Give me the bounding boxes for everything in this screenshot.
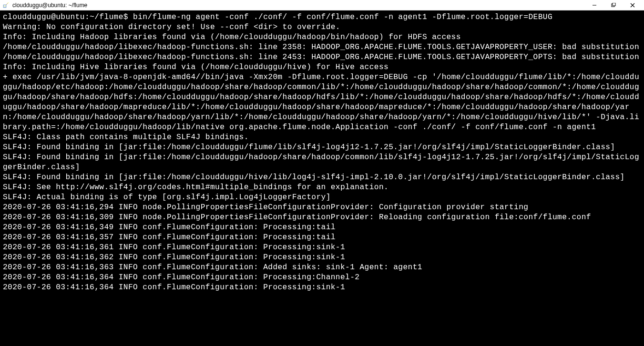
terminal-line: cloudduggu@ubuntu:~/flume$ bin/flume-ng … xyxy=(3,12,641,22)
close-button[interactable] xyxy=(623,0,642,10)
svg-point-3 xyxy=(8,2,9,3)
terminal-line: 2020-07-26 03:41:16,363 INFO conf.FlumeC… xyxy=(3,263,641,273)
terminal-line: /home/cloudduggu/hadoop/libexec/hadoop-f… xyxy=(3,52,641,62)
window-titlebar: cloudduggu@ubuntu: ~/flume xyxy=(0,0,644,10)
terminal-line: 2020-07-26 03:41:16,362 INFO conf.FlumeC… xyxy=(3,253,641,263)
terminal-line: SLF4J: Actual binding is of type [org.sl… xyxy=(3,193,641,203)
terminal-line: 2020-07-26 03:41:16,349 INFO conf.FlumeC… xyxy=(3,223,641,233)
svg-rect-1 xyxy=(4,5,6,7)
putty-icon xyxy=(2,1,10,9)
terminal-line: SLF4J: Found binding in [jar:file:/home/… xyxy=(3,142,641,153)
terminal-line: Info: Including Hadoop libraries found v… xyxy=(3,32,641,42)
terminal-line: 2020-07-26 03:41:16,364 INFO conf.FlumeC… xyxy=(3,273,641,283)
window-controls xyxy=(585,0,642,10)
terminal-line: SLF4J: Found binding in [jar:file:/home/… xyxy=(3,173,641,183)
terminal-line: Info: Including Hive libraries found via… xyxy=(3,62,641,72)
terminal-line: 2020-07-26 03:41:16,294 INFO node.Pollin… xyxy=(3,203,641,213)
terminal-line: + exec /usr/lib/jvm/java-8-openjdk-amd64… xyxy=(3,72,641,132)
terminal-line: SLF4J: Found binding in [jar:file:/home/… xyxy=(3,153,641,173)
minimize-button[interactable] xyxy=(585,0,604,10)
terminal-line: 2020-07-26 03:41:16,309 INFO node.Pollin… xyxy=(3,213,641,223)
terminal-line: Warning: No configuration directory set!… xyxy=(3,22,641,32)
terminal-line: SLF4J: Class path contains multiple SLF4… xyxy=(3,132,641,142)
svg-rect-6 xyxy=(613,3,615,6)
terminal-line: 2020-07-26 03:41:16,364 INFO conf.FlumeC… xyxy=(3,283,641,293)
window-title: cloudduggu@ubuntu: ~/flume xyxy=(12,2,585,9)
maximize-button[interactable] xyxy=(604,0,623,10)
terminal-output[interactable]: cloudduggu@ubuntu:~/flume$ bin/flume-ng … xyxy=(0,10,644,295)
terminal-line: /home/cloudduggu/hadoop/libexec/hadoop-f… xyxy=(3,42,641,52)
terminal-line: 2020-07-26 03:41:16,361 INFO conf.FlumeC… xyxy=(3,243,641,253)
terminal-line: SLF4J: See http://www.slf4j.org/codes.ht… xyxy=(3,183,641,193)
terminal-line: 2020-07-26 03:41:16,357 INFO conf.FlumeC… xyxy=(3,233,641,243)
